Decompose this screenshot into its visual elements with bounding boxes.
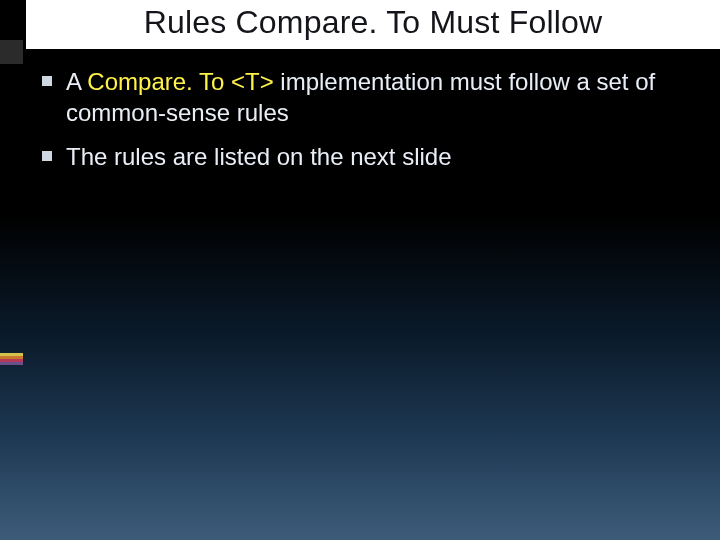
accent-bar <box>0 362 23 365</box>
bullet-text: The rules are listed on the next slide <box>66 142 690 173</box>
slide-title: Rules Compare. To Must Follow <box>26 4 720 41</box>
slide-body: A Compare. To <T> implementation must fo… <box>0 49 720 173</box>
bullet-icon <box>42 151 52 161</box>
slide: Rules Compare. To Must Follow A Compare.… <box>0 0 720 540</box>
list-item: A Compare. To <T> implementation must fo… <box>42 67 690 128</box>
bullet-icon <box>42 76 52 86</box>
bullet-pre: A <box>66 68 87 95</box>
side-marker <box>0 40 23 64</box>
bullet-pre: The rules are listed on the next slide <box>66 143 452 170</box>
bullet-text: A Compare. To <T> implementation must fo… <box>66 67 690 128</box>
bullet-highlight: Compare. To <T> <box>87 68 273 95</box>
title-strip: Rules Compare. To Must Follow <box>26 0 720 49</box>
list-item: The rules are listed on the next slide <box>42 142 690 173</box>
accent-stack <box>0 353 23 365</box>
